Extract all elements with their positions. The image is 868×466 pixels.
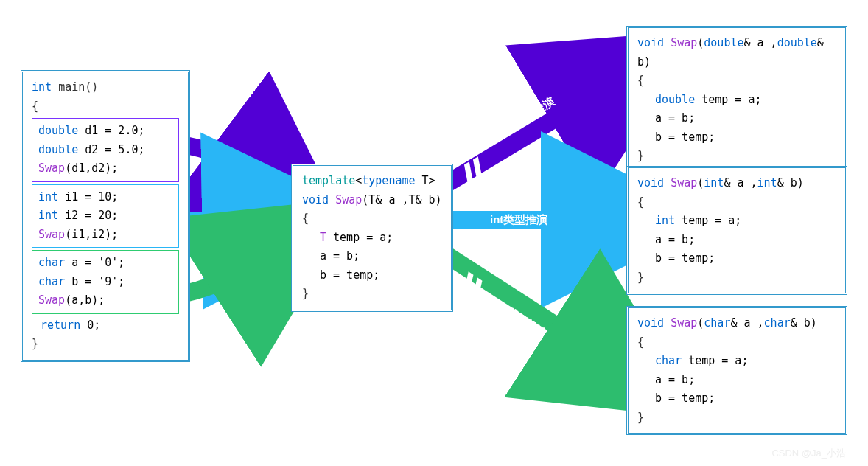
watermark: CSDN @Ja_小浩: [771, 447, 846, 460]
label-double-deduction: double类型推演: [481, 94, 557, 148]
code-double-instance-box: void Swap(double& a ,double& b) { double…: [626, 26, 847, 174]
code-char-instance-box: void Swap(char& a ,char& b) { char temp …: [626, 306, 847, 435]
int-sig: void Swap(int& a ,int& b): [637, 174, 836, 193]
block-double: double d1 = 2.0; double d2 = 5.0; Swap(d…: [32, 118, 179, 182]
template-line2: void Swap(T& a ,T& b): [302, 191, 442, 210]
main-signature: int main(): [32, 78, 179, 97]
double-sig: void Swap(double& a ,double& b): [637, 34, 836, 72]
code-int-instance-box: void Swap(int& a ,int& b) { int temp = a…: [626, 166, 847, 295]
template-line1: template<typename T>: [302, 172, 442, 191]
block-char: char a = '0'; char b = '9'; Swap(a,b);: [32, 250, 179, 314]
label-int-deduction: int类型推演: [490, 213, 547, 227]
code-main-box: int main() { double d1 = 2.0; double d2 …: [21, 70, 190, 362]
code-template-box: template<typename T> void Swap(T& a ,T& …: [291, 164, 453, 312]
char-sig: void Swap(char& a ,char& b): [637, 314, 836, 333]
block-int: int i1 = 10; int i2 = 20; Swap(i1,i2);: [32, 184, 179, 248]
return-line: return 0;: [32, 316, 179, 335]
label-char-deduction: char类型推演: [484, 293, 548, 341]
